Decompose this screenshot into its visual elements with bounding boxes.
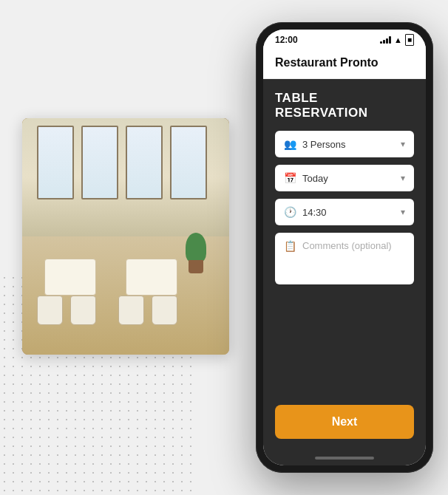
- app-header: Restaurant Pronto: [263, 50, 426, 79]
- status-time: 12:00: [275, 35, 298, 45]
- clock-icon: 🕐: [284, 206, 296, 218]
- date-field-left: 📅 Today: [284, 172, 328, 184]
- time-dropdown[interactable]: 🕐 14:30 ▾: [275, 199, 414, 225]
- date-value: Today: [302, 173, 328, 184]
- persons-value: 3 Persons: [302, 139, 346, 150]
- phone-bottom-bar: [263, 451, 426, 465]
- persons-dropdown[interactable]: 👥 3 Persons ▾: [275, 131, 414, 157]
- home-indicator: [315, 457, 374, 460]
- signal-icon: [380, 36, 391, 44]
- comments-icon: 📋: [284, 240, 296, 252]
- persons-icon: 👥: [284, 138, 296, 150]
- phone-mockup: 12:00 ▲ ■ Restaurant Pronto: [256, 22, 433, 473]
- status-icons: ▲ ■: [380, 34, 414, 46]
- app-content: TABLE RESERVATION 👥 3 Persons ▾ 📅 Today: [263, 79, 426, 451]
- section-title: TABLE RESERVATION: [275, 91, 414, 120]
- comments-field[interactable]: 📋 Comments (optional): [275, 233, 414, 284]
- persons-chevron-icon: ▾: [401, 139, 405, 149]
- app-title: Restaurant Pronto: [275, 56, 379, 69]
- phone-screen: 12:00 ▲ ■ Restaurant Pronto: [263, 30, 426, 465]
- next-button[interactable]: Next: [275, 405, 414, 439]
- time-value: 14:30: [302, 207, 327, 218]
- calendar-icon: 📅: [284, 172, 296, 184]
- time-field-left: 🕐 14:30: [284, 206, 327, 218]
- time-chevron-icon: ▾: [401, 207, 405, 217]
- persons-field-left: 👥 3 Persons: [284, 138, 346, 150]
- comments-placeholder: Comments (optional): [302, 240, 392, 251]
- date-dropdown[interactable]: 📅 Today ▾: [275, 165, 414, 191]
- date-chevron-icon: ▾: [401, 173, 405, 183]
- phone-body: 12:00 ▲ ■ Restaurant Pronto: [256, 22, 433, 473]
- status-bar: 12:00 ▲ ■: [263, 30, 426, 50]
- restaurant-photo: [22, 118, 229, 355]
- content-spacer: [275, 292, 414, 392]
- wifi-icon: ▲: [394, 35, 402, 44]
- battery-icon: ■: [405, 34, 414, 46]
